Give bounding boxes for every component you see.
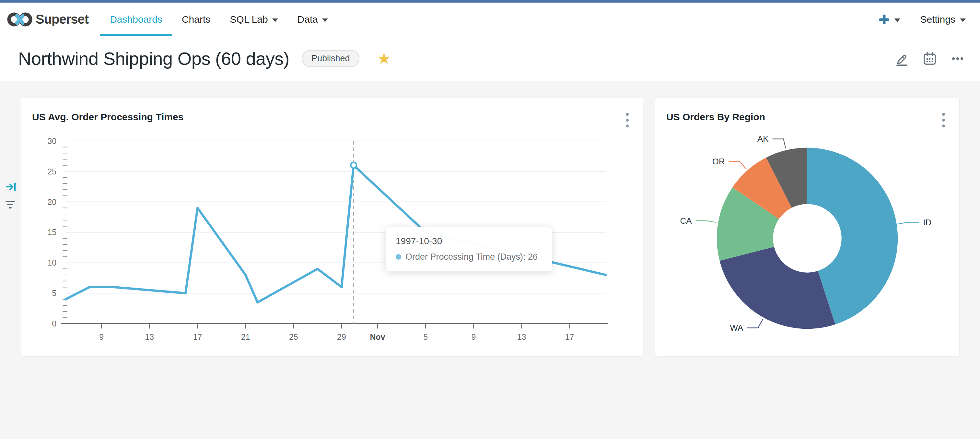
svg-text:25: 25 (47, 167, 56, 176)
chevron-down-icon (322, 19, 328, 22)
nav-right: Settings (878, 14, 966, 25)
chart-card-orders-by-region: US Orders By Region IDWACAORAK (655, 97, 959, 357)
edit-dashboard-button[interactable] (894, 51, 909, 66)
ellipsis-icon (950, 51, 965, 66)
tab-charts[interactable]: Charts (172, 3, 220, 36)
top-accent-strip (0, 0, 980, 3)
svg-text:30: 30 (47, 137, 56, 145)
plus-icon (878, 14, 890, 25)
dashboard-header: Northwind Shipping Ops (60 days) Publish… (0, 36, 980, 81)
tab-sql-lab[interactable]: SQL Lab (220, 3, 288, 36)
svg-text:5: 5 (423, 332, 428, 342)
page-title: Northwind Shipping Ops (60 days) (18, 48, 290, 69)
tooltip-value: Order Processing Time (Days): 26 (406, 252, 538, 262)
dashboard-canvas: US Avg. Order Processing Times 051015202… (0, 81, 980, 439)
svg-text:WA: WA (730, 323, 743, 332)
svg-text:0: 0 (52, 319, 56, 328)
favorite-star-icon[interactable]: ★ (377, 51, 391, 67)
chart-tooltip: 1997-10-30 Order Processing Time (Days):… (386, 227, 552, 271)
svg-text:9: 9 (471, 332, 476, 342)
svg-text:29: 29 (337, 332, 346, 342)
tooltip-series-row: Order Processing Time (Days): 26 (396, 252, 542, 262)
svg-text:Nov: Nov (370, 332, 385, 342)
calendar-icon (922, 51, 937, 66)
series-color-dot (396, 254, 401, 260)
svg-text:15: 15 (47, 228, 56, 237)
svg-text:9: 9 (99, 332, 104, 342)
more-actions-button[interactable] (950, 51, 965, 66)
svg-text:17: 17 (193, 332, 202, 342)
tab-dashboards[interactable]: Dashboards (100, 3, 172, 36)
svg-text:13: 13 (517, 332, 526, 342)
tab-label: Charts (182, 14, 210, 25)
tooltip-date: 1997-10-30 (396, 236, 542, 246)
settings-menu[interactable]: Settings (920, 14, 966, 25)
svg-text:13: 13 (145, 332, 154, 342)
tab-label: Data (298, 14, 318, 25)
svg-text:21: 21 (241, 332, 250, 342)
arrow-into-bar-icon (5, 182, 16, 192)
pencil-icon (894, 51, 909, 66)
superset-infinity-icon (7, 12, 32, 27)
header-actions (894, 51, 965, 66)
superset-logo[interactable]: Superset (7, 12, 89, 27)
tab-label: SQL Lab (230, 14, 268, 25)
chart-card-processing-times: US Avg. Order Processing Times 051015202… (21, 97, 643, 357)
svg-text:25: 25 (289, 332, 298, 342)
filter-icon[interactable] (5, 200, 16, 211)
chevron-down-icon (272, 19, 278, 22)
new-item-button[interactable] (878, 14, 900, 25)
navbar: Superset Dashboards Charts SQL Lab Data … (0, 3, 980, 36)
svg-text:10: 10 (47, 258, 56, 267)
brand-name: Superset (36, 12, 89, 27)
nav-tabs: Dashboards Charts SQL Lab Data (100, 3, 338, 36)
tab-label: Dashboards (110, 14, 162, 25)
settings-label: Settings (920, 14, 955, 25)
svg-text:17: 17 (565, 332, 574, 342)
svg-text:AK: AK (757, 134, 769, 143)
svg-text:OR: OR (712, 157, 725, 166)
tab-data[interactable]: Data (288, 3, 338, 36)
svg-text:ID: ID (923, 218, 931, 227)
donut-chart[interactable]: IDWACAORAK (655, 98, 959, 356)
schedule-button[interactable] (922, 51, 937, 66)
filter-lines-icon (5, 200, 16, 209)
chevron-down-icon (894, 19, 900, 22)
svg-text:5: 5 (52, 289, 56, 298)
chevron-down-icon (960, 19, 966, 22)
published-badge[interactable]: Published (302, 50, 360, 67)
svg-text:20: 20 (47, 198, 56, 206)
svg-text:CA: CA (680, 216, 692, 225)
expand-filter-bar-button[interactable] (5, 182, 16, 193)
